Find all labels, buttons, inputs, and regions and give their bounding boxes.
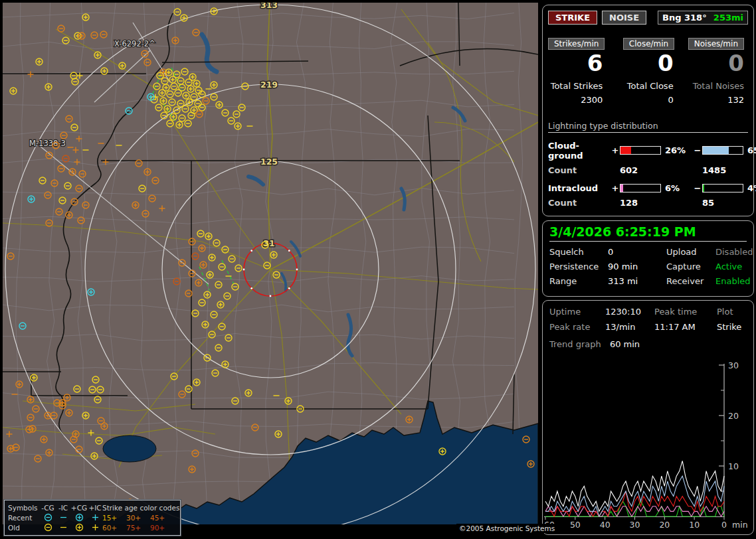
strike-symbol (189, 238, 195, 245)
strike-symbol (173, 278, 180, 285)
legend-symbols-header: Symbols (8, 504, 40, 512)
plus-sign: + (611, 183, 620, 193)
trend-graph: 1020306050403020100min (543, 362, 753, 534)
plus-sign: + (611, 145, 620, 155)
legend-age-value: 75+ (126, 524, 150, 532)
status-panel: 3/4/2026 6:25:19 PM Squelch 0 Upload Dis… (542, 220, 754, 297)
strike-symbol (232, 398, 238, 404)
strike-symbol (175, 90, 181, 96)
strike-symbol (101, 423, 108, 429)
strike-symbol (56, 208, 62, 215)
strike-symbol (71, 124, 78, 131)
strike-symbol (177, 100, 184, 107)
strike-symbol (179, 115, 185, 121)
noise-button[interactable]: NOISE (602, 11, 646, 25)
lake-pontchartrain (103, 435, 156, 462)
strike-symbol (233, 111, 240, 117)
strike-symbol (224, 293, 231, 299)
strike-symbol (189, 466, 195, 473)
strike-symbol (222, 246, 229, 253)
trend-graph-label: Trend graph (549, 339, 601, 349)
ic-positive-pct: 6% (662, 183, 693, 193)
info-panel: Uptime 1230:10 Peak time Plot Peak rate … (542, 300, 754, 535)
strike-symbol (273, 271, 280, 278)
close-per-min-button[interactable]: Close/min (623, 38, 674, 50)
peak-rate-value: 13/min (605, 322, 654, 332)
strike-symbol (200, 262, 207, 268)
noises-per-min-button[interactable]: Noises/min (688, 38, 744, 50)
strike-symbol (88, 430, 94, 436)
strike-symbol (132, 202, 139, 208)
strike-symbol (7, 431, 13, 437)
upload-value: Disabled (715, 247, 753, 257)
strike-symbol (16, 381, 23, 388)
legend-col-header: -CG (40, 504, 56, 512)
strike-symbol (213, 240, 220, 246)
strike-symbol (211, 94, 217, 100)
strike-symbol (155, 104, 162, 111)
strike-symbol (66, 410, 72, 416)
nexstorm-window: 31321912531 X-6292-2^M-1338-3 (0, 0, 756, 539)
legend-p-icon (88, 523, 102, 532)
legend-age-value: 45+ (150, 514, 173, 522)
total-values-row: 2300 0 132 (548, 91, 748, 105)
strike-symbol (179, 260, 185, 266)
strike-symbol (199, 245, 205, 252)
strike-symbol (185, 120, 191, 127)
strike-symbol (215, 281, 222, 288)
ring-distance-label: 31 (263, 238, 274, 248)
strike-symbol (91, 453, 98, 459)
strike-symbol (28, 72, 34, 78)
noises-per-min-value: 0 (682, 52, 748, 76)
bearing-display: Bng 318° 253mi (658, 11, 748, 25)
legend-cp-icon (70, 523, 88, 532)
ic-positive-count: 128 (620, 198, 702, 208)
intracloud-label: Intracloud (548, 183, 611, 193)
cloud-ground-count-row: Count 602 1485 (548, 165, 748, 175)
strike-symbol (204, 291, 211, 298)
peak-time-label: Peak time (654, 307, 717, 317)
strike-symbol (183, 92, 189, 99)
strike-symbol (216, 102, 223, 108)
strike-symbol (176, 121, 183, 128)
ic-positive-bar (620, 184, 661, 193)
strike-symbol (193, 80, 200, 87)
strike-symbol (161, 78, 168, 84)
strikes-per-min-button[interactable]: Strikes/min (548, 38, 605, 50)
strike-symbol (159, 206, 165, 212)
strike-symbol (41, 436, 47, 443)
uptime-label: Uptime (549, 307, 605, 317)
strike-symbol (10, 88, 17, 94)
x-tick-label: 30 (630, 520, 640, 530)
strike-symbol (232, 283, 238, 290)
strike-button[interactable]: STRIKE (548, 11, 597, 25)
strike-symbol (179, 391, 185, 398)
strike-symbol (211, 82, 217, 88)
lightning-map[interactable]: 31321912531 X-6292-2^M-1338-3 (3, 3, 538, 524)
strike-symbol (167, 91, 173, 98)
plot-value: Strike (717, 322, 753, 332)
strike-symbol (64, 183, 71, 189)
strike-symbol (62, 37, 69, 44)
strike-symbol (142, 210, 149, 217)
info-grid: Uptime 1230:10 Peak time Plot Peak rate … (549, 307, 753, 332)
squelch-value: 0 (608, 247, 666, 257)
total-labels-row: Total Strikes Total Close Total Noises (548, 76, 748, 91)
peak-rate-label: Peak rate (549, 322, 605, 332)
strike-symbol (197, 230, 204, 237)
strike-symbol (192, 310, 199, 317)
trend-graph-row: Trend graph 60 min (549, 339, 753, 349)
strike-symbol (82, 14, 89, 21)
strike-symbol (219, 323, 225, 330)
strike-symbol (19, 323, 26, 329)
strike-symbol (144, 59, 151, 66)
status-grid: Squelch 0 Upload Disabled Persistence 90… (549, 247, 747, 286)
trend-window-value: 60 min (610, 339, 640, 349)
strike-symbol (100, 31, 107, 38)
strike-symbol (406, 416, 413, 423)
legend-p-icon (88, 513, 102, 522)
strike-symbol (212, 370, 219, 376)
plot-label: Plot (717, 307, 753, 317)
toolbar: STRIKE NOISE Bng 318° 253mi (548, 11, 748, 25)
strike-symbol (152, 177, 159, 184)
